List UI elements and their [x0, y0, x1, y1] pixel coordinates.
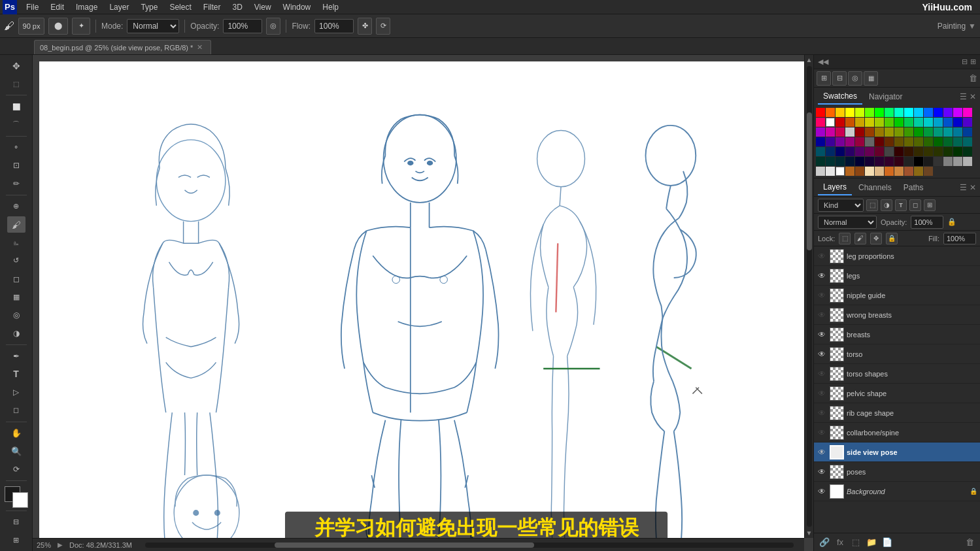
swatch[interactable]: [826, 157, 835, 166]
swatch[interactable]: [865, 167, 874, 176]
hand-tool[interactable]: ✋: [7, 425, 25, 442]
eye-icon-torso-shapes[interactable]: 👁: [817, 369, 827, 379]
swatch[interactable]: [875, 137, 884, 146]
layer-row-poses[interactable]: 👁 poses: [814, 462, 980, 482]
swatch[interactable]: [963, 147, 972, 156]
airbrush-btn[interactable]: ✦: [72, 18, 90, 35]
v-scroll-up-btn[interactable]: ▲: [805, 55, 813, 65]
eye-icon-rib-cage[interactable]: 👁: [817, 408, 827, 418]
swatch[interactable]: [934, 108, 943, 117]
tab-channels[interactable]: Channels: [853, 180, 897, 195]
tab-paths[interactable]: Paths: [898, 180, 929, 195]
screen-mode-btn[interactable]: ⊞: [7, 531, 25, 548]
close-tab-icon[interactable]: ✕: [197, 43, 203, 52]
swatch[interactable]: [826, 137, 835, 146]
swatches-menu-icon[interactable]: ☰: [960, 92, 967, 101]
swatch[interactable]: [816, 157, 825, 166]
swatch[interactable]: [924, 127, 933, 137]
swatch[interactable]: [845, 127, 854, 137]
menu-file[interactable]: File: [21, 1, 44, 13]
add-style-icon[interactable]: fx: [834, 536, 847, 549]
swatch[interactable]: [845, 157, 854, 166]
v-scroll-track[interactable]: [807, 66, 812, 527]
history-brush-tool[interactable]: ↺: [7, 252, 25, 269]
panel-icon-1[interactable]: ⊞: [817, 71, 831, 86]
swatch[interactable]: [904, 118, 913, 127]
swatch[interactable]: [826, 118, 835, 127]
swatch[interactable]: [836, 127, 845, 137]
add-mask-icon[interactable]: ⬚: [849, 536, 862, 549]
menu-layer[interactable]: Layer: [104, 1, 134, 13]
swatch[interactable]: [924, 118, 933, 127]
swatch[interactable]: [934, 157, 943, 166]
swatch[interactable]: [865, 137, 874, 146]
layer-row-torso[interactable]: 👁 torso: [814, 344, 980, 364]
panel-icon-4[interactable]: ▦: [864, 71, 878, 86]
swatch[interactable]: [914, 167, 923, 176]
kind-shape-icon[interactable]: ◻: [909, 199, 921, 211]
layer-row-background[interactable]: 👁 Background 🔒: [814, 482, 980, 501]
color-swatches[interactable]: [5, 486, 28, 508]
v-scroll-down-btn[interactable]: ▼: [805, 528, 813, 538]
swatch[interactable]: [904, 127, 913, 137]
swatch[interactable]: [845, 118, 854, 127]
layers-close-icon[interactable]: ✕: [970, 183, 976, 192]
swatch[interactable]: [836, 147, 845, 156]
swatch[interactable]: [836, 108, 845, 117]
layer-row-breasts[interactable]: 👁 breasts: [814, 325, 980, 344]
swatch[interactable]: [953, 157, 962, 166]
link-layers-icon[interactable]: 🔗: [818, 536, 831, 549]
swatch[interactable]: [836, 118, 845, 127]
swatch[interactable]: [953, 118, 962, 127]
zoom-tool[interactable]: 🔍: [7, 442, 25, 459]
workspace-expand-icon[interactable]: ▼: [968, 22, 976, 31]
mode-select[interactable]: Normal: [127, 19, 179, 33]
flow-airbrush-icon[interactable]: ✤: [358, 18, 372, 35]
tab-navigator[interactable]: Navigator: [864, 90, 907, 104]
menu-3d[interactable]: 3D: [227, 1, 247, 13]
swatch[interactable]: [934, 127, 943, 137]
swatch[interactable]: [953, 147, 962, 156]
lock-all-icon[interactable]: 🔒: [886, 233, 898, 244]
v-scrollbar[interactable]: ▲ ▼: [804, 55, 813, 538]
eye-icon-poses[interactable]: 👁: [817, 467, 827, 477]
layer-row-side-view-pose[interactable]: 👁 side view pose: [814, 442, 980, 462]
swatch[interactable]: [894, 118, 904, 127]
brush-hardness-btn[interactable]: ⬤: [48, 18, 68, 35]
swatch[interactable]: [924, 108, 933, 117]
swatch[interactable]: [904, 167, 913, 176]
tab-layers[interactable]: Layers: [818, 180, 852, 195]
menu-filter[interactable]: Filter: [198, 1, 226, 13]
kind-type-icon[interactable]: T: [895, 199, 907, 211]
shape-tool[interactable]: ◻: [7, 402, 25, 419]
eye-icon-side-view-pose[interactable]: 👁: [817, 447, 827, 458]
swatch[interactable]: [845, 147, 854, 156]
lock-position-icon[interactable]: ✥: [870, 233, 882, 244]
swatch[interactable]: [924, 147, 933, 156]
eye-icon-nipple-guide[interactable]: 👁: [817, 290, 827, 301]
flow-input[interactable]: [314, 19, 354, 33]
swatch[interactable]: [885, 127, 894, 137]
opacity-lock-icon[interactable]: 🔒: [947, 218, 956, 226]
swatch[interactable]: [816, 147, 825, 156]
menu-edit[interactable]: Edit: [45, 1, 69, 13]
swatch[interactable]: [865, 108, 874, 117]
h-scroll-track[interactable]: [145, 543, 794, 548]
eyedropper-tool[interactable]: ✏: [7, 175, 25, 192]
kind-adjustment-icon[interactable]: ◑: [881, 199, 892, 211]
pen-tool[interactable]: ✒: [7, 348, 25, 365]
swatch[interactable]: [894, 108, 904, 117]
swatch[interactable]: [904, 108, 913, 117]
swatch[interactable]: [826, 108, 835, 117]
layer-row-legs[interactable]: 👁 legs: [814, 266, 980, 286]
swatch[interactable]: [875, 167, 884, 176]
swatch[interactable]: [885, 108, 894, 117]
menu-help[interactable]: Help: [317, 1, 344, 13]
swatch[interactable]: [924, 157, 933, 166]
new-group-icon[interactable]: 📁: [865, 536, 878, 549]
quick-mask-tool[interactable]: ⊟: [7, 514, 25, 531]
swatch[interactable]: [816, 127, 825, 137]
canvas-area[interactable]: 并学习如何避免出现一些常见的错误 ▲ ▼: [33, 55, 813, 551]
layer-row-wrong-breasts[interactable]: 👁 wrong breasts: [814, 305, 980, 325]
menu-view[interactable]: View: [249, 1, 277, 13]
